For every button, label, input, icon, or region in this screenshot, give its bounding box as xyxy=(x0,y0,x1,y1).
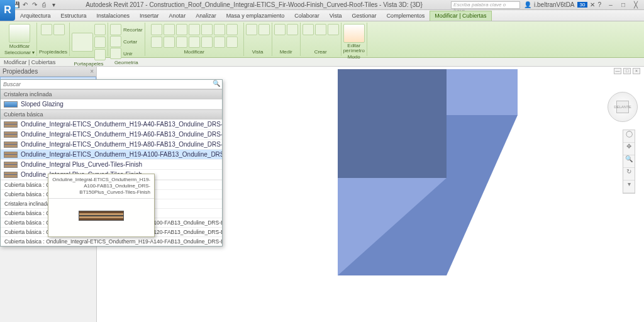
ribbon-group-crear: Crear xyxy=(301,23,341,56)
tab-instalaciones[interactable]: Instalaciones xyxy=(92,11,135,21)
ribbon-tabs: R Arquitectura Estructura Instalaciones … xyxy=(0,10,644,21)
nav-pan-icon[interactable]: ✥ xyxy=(623,143,635,155)
type-swatch-icon xyxy=(4,172,18,178)
join-icon[interactable] xyxy=(110,48,121,59)
extend-icon[interactable] xyxy=(226,36,238,48)
properties-icon[interactable] xyxy=(41,24,52,35)
tab-gestionar[interactable]: Gestionar xyxy=(347,11,382,21)
type-search-input[interactable] xyxy=(1,80,211,89)
mirror-icon[interactable] xyxy=(176,24,187,35)
tooltip-text: Onduline_Integral-ETICS_Ondutherm_H19-A1… xyxy=(48,174,154,199)
cope-icon[interactable] xyxy=(110,24,121,35)
type-item[interactable]: Onduline_Integral-ETICS_Ondutherm_H19-A8… xyxy=(1,140,222,150)
cut-geom-icon[interactable] xyxy=(110,36,121,47)
copy-icon[interactable] xyxy=(94,36,106,48)
edit-boundary-icon[interactable] xyxy=(343,24,365,43)
trim-icon[interactable] xyxy=(226,24,238,35)
scale-icon[interactable] xyxy=(176,36,187,48)
delete-icon[interactable] xyxy=(214,36,225,48)
tab-estructura[interactable]: Estructura xyxy=(56,11,92,21)
help-icon[interactable]: ? xyxy=(597,1,601,8)
nav-zoom-icon[interactable]: 🔍 xyxy=(623,155,635,168)
type-item-selected[interactable]: Onduline_Integral-ETICS_Ondutherm_H19-A1… xyxy=(1,150,222,160)
tab-modificar-cubiertas[interactable]: Modificar | Cubiertas xyxy=(430,11,491,21)
recent-item[interactable]: Cubierta básica : Onduline_Integral-ETIC… xyxy=(1,236,222,246)
type-item[interactable]: Onduline_Integral-ETICS_Ondutherm_H19-A6… xyxy=(1,130,222,140)
properties-close-icon[interactable]: × xyxy=(90,68,94,75)
view-icon[interactable] xyxy=(246,24,257,35)
measure-icon[interactable] xyxy=(274,24,286,35)
qat-more-icon[interactable]: ▾ xyxy=(50,1,57,9)
tab-colaborar[interactable]: Colaborar xyxy=(289,11,325,21)
title-bar: ▤ 💾 ↶ ↷ ⎙ ▾ Autodesk Revit 2017 - Constr… xyxy=(0,0,644,10)
match-icon[interactable] xyxy=(94,49,106,60)
app-menu-button[interactable]: R xyxy=(0,0,15,21)
view-close-icon[interactable]: × xyxy=(633,68,640,74)
rotate-icon[interactable] xyxy=(214,24,225,35)
type-tooltip: Onduline_Integral-ETICS_Ondutherm_H19-A1… xyxy=(48,174,155,237)
nav-more-icon[interactable]: ▾ xyxy=(623,180,635,193)
ribbon-group-propiedades: Propiedades xyxy=(37,23,70,56)
type-properties-icon[interactable] xyxy=(53,24,65,35)
tab-vista[interactable]: Vista xyxy=(325,11,347,21)
maximize-button[interactable]: □ xyxy=(618,1,629,9)
paste-icon[interactable] xyxy=(72,33,93,52)
roof-panel[interactable] xyxy=(338,69,447,178)
view2-icon[interactable] xyxy=(258,24,270,35)
align-icon[interactable] xyxy=(151,24,162,35)
tab-masa[interactable]: Masa y emplazamiento xyxy=(221,11,290,21)
roof-panel[interactable] xyxy=(447,115,518,275)
qat-print-icon[interactable]: ⎙ xyxy=(40,1,48,9)
copy2-icon[interactable] xyxy=(201,24,213,35)
tab-insertar[interactable]: Insertar xyxy=(135,11,164,21)
roof-panel[interactable] xyxy=(338,178,447,275)
ribbon-group-seleccionar: Modificar Seleccionar ▾ xyxy=(3,23,37,56)
unpin-icon[interactable] xyxy=(201,36,213,48)
create3-icon[interactable] xyxy=(328,24,339,35)
nav-wheel-icon[interactable]: ◯ xyxy=(623,130,635,143)
roof-panel[interactable] xyxy=(447,69,518,115)
type-item-sloped-glazing[interactable]: Sloped Glazing xyxy=(1,99,222,109)
create2-icon[interactable] xyxy=(315,24,326,35)
close-button[interactable]: ╳ xyxy=(630,1,641,9)
type-item[interactable]: Onduline_Integral-ETICS_Ondutherm_H19-A4… xyxy=(1,119,222,130)
type-swatch-icon xyxy=(4,152,18,158)
cut-icon[interactable] xyxy=(94,24,106,35)
tab-arquitectura[interactable]: Arquitectura xyxy=(15,11,56,21)
array-icon[interactable] xyxy=(164,36,175,48)
user-area[interactable]: 👤 i.beltranV6tDA 30 ✕ ? xyxy=(524,1,601,8)
offset-icon[interactable] xyxy=(164,24,175,35)
modify-label: Modificar xyxy=(9,43,30,49)
split-icon[interactable] xyxy=(151,36,162,48)
type-item[interactable]: Onduline_Integral Plus_Curved-Tiles-Fini… xyxy=(1,160,222,170)
tab-complementos[interactable]: Complementos xyxy=(382,11,430,21)
type-search[interactable]: 🔍 xyxy=(1,80,222,89)
exchange-icon[interactable]: ✕ xyxy=(590,1,595,8)
minimize-button[interactable]: – xyxy=(605,1,616,9)
qat-redo-icon[interactable]: ↷ xyxy=(31,1,38,9)
cloud-badge[interactable]: 30 xyxy=(577,2,588,8)
tab-anotar[interactable]: Anotar xyxy=(164,11,191,21)
qat-undo-icon[interactable]: ↶ xyxy=(21,1,29,9)
dim-icon[interactable] xyxy=(287,24,298,35)
type-swatch-icon xyxy=(4,121,18,128)
search-icon[interactable]: 🔍 xyxy=(211,80,222,89)
modify-tool-icon[interactable] xyxy=(9,24,30,43)
view-controls[interactable]: — □ × xyxy=(614,68,640,74)
viewcube-face[interactable]: DELANTE xyxy=(616,101,629,113)
user-name: i.beltranV6tDA xyxy=(534,1,574,8)
help-search[interactable]: Escriba palabra clave o frase xyxy=(451,1,520,9)
category-header: Cubierta básica xyxy=(1,109,222,119)
ribbon-group-modificar: Modificar xyxy=(145,23,244,56)
tab-analizar[interactable]: Analizar xyxy=(191,11,221,21)
create1-icon[interactable] xyxy=(303,24,314,35)
navigation-bar[interactable]: ◯ ✥ 🔍 ↻ ▾ xyxy=(623,130,635,194)
move-icon[interactable] xyxy=(189,24,200,35)
properties-header[interactable]: Propiedades × xyxy=(0,67,96,77)
user-icon: 👤 xyxy=(524,1,531,8)
nav-orbit-icon[interactable]: ↻ xyxy=(623,168,635,180)
view-max-icon[interactable]: □ xyxy=(623,68,631,74)
view-min-icon[interactable]: — xyxy=(614,68,621,74)
pin-icon[interactable] xyxy=(189,36,200,48)
viewcube[interactable]: DELANTE xyxy=(608,92,638,122)
